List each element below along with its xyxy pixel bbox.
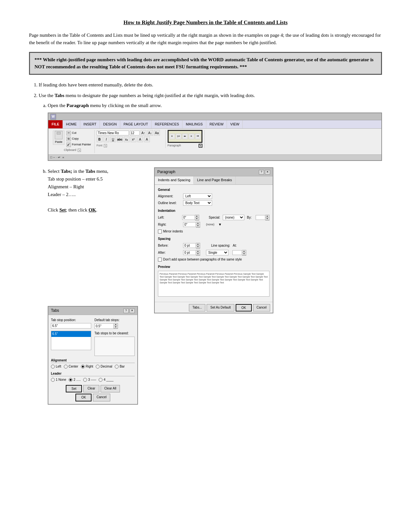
tab-page-layout[interactable]: PAGE LAYOUT xyxy=(120,120,152,128)
leader-dots-option[interactable]: 2 ..... xyxy=(69,377,81,382)
tabs-dialog-close-button[interactable]: ✕ xyxy=(130,309,135,313)
bullets-button[interactable]: ≡ xyxy=(169,133,175,139)
font-size-input[interactable] xyxy=(130,131,140,135)
change-case-button[interactable]: Aa xyxy=(154,130,160,136)
align-decimal-option[interactable]: Decimal xyxy=(96,364,112,369)
align-left-button[interactable]: ⬅ xyxy=(182,133,188,139)
align-center-button[interactable]: ≡ xyxy=(189,133,194,139)
subscript-button[interactable]: x₂ xyxy=(124,136,130,142)
indent-right-down[interactable]: ▼ xyxy=(196,225,200,227)
align-bar-radio[interactable] xyxy=(115,365,119,369)
format-painter-button[interactable]: 🖌 Format Painter xyxy=(66,142,92,147)
tab-design[interactable]: DESIGN xyxy=(100,120,120,128)
special-value-display: (none) xyxy=(206,222,214,227)
tabs-dialog-help-button[interactable]: ? xyxy=(123,309,129,313)
tab-clear-label: Tab stops to be cleared: xyxy=(94,331,135,336)
at-down[interactable]: ▼ xyxy=(242,253,246,255)
tabs-listbox[interactable]: 6.5" xyxy=(51,331,91,350)
tabs-clear-button[interactable]: Clear xyxy=(83,385,99,393)
paragraph-expand-icon[interactable]: ↘ xyxy=(199,144,202,148)
at-input[interactable] xyxy=(232,250,242,255)
tab-clear-col: Tab stops to be cleared: xyxy=(94,331,135,356)
tab-stop-input[interactable] xyxy=(51,323,91,329)
leader-dashes-radio[interactable] xyxy=(83,378,87,382)
tab-clear-listbox[interactable] xyxy=(94,337,135,356)
align-center-radio[interactable] xyxy=(64,365,68,369)
highlight-button[interactable]: A xyxy=(144,136,150,142)
tab-mailings[interactable]: MAILINGS xyxy=(182,120,206,128)
tab-review[interactable]: REVIEW xyxy=(206,120,227,128)
font-color-button[interactable]: A xyxy=(137,136,143,142)
copy-button[interactable]: ⧉ Copy xyxy=(66,136,92,142)
default-stops-down-button[interactable]: ▼ xyxy=(114,326,118,329)
superscript-button[interactable]: x² xyxy=(131,136,136,142)
para-tab-line-breaks[interactable]: Line and Page Breaks xyxy=(194,176,235,184)
para-ok-button[interactable]: OK xyxy=(236,304,252,312)
indent-right-input[interactable] xyxy=(183,222,196,227)
alignment-select[interactable]: Left Center Right Justified xyxy=(183,193,212,199)
tabs-cancel-button[interactable]: Cancel xyxy=(93,394,110,401)
special-select[interactable]: (none) First line Hanging xyxy=(223,215,244,220)
bold-button[interactable]: B xyxy=(97,136,103,142)
before-input[interactable] xyxy=(183,243,196,248)
tab-stop-label: Tab stop position: xyxy=(51,318,91,323)
dont-add-space-checkbox[interactable] xyxy=(158,258,162,261)
font-name-input[interactable] xyxy=(97,131,129,135)
before-down[interactable]: ▼ xyxy=(196,246,200,248)
before-spinners: ▲ ▼ xyxy=(196,243,200,249)
para-set-default-button[interactable]: Set As Default xyxy=(207,304,234,312)
after-down[interactable]: ▼ xyxy=(196,253,200,255)
align-right-radio[interactable] xyxy=(81,365,85,369)
para-spacing-section: Spacing Before: ▲ ▼ xyxy=(158,236,269,262)
leader-none-option[interactable]: 1 None xyxy=(51,377,66,382)
shrink-font-button[interactable]: A↓ xyxy=(147,130,153,136)
by-down[interactable]: ▼ xyxy=(265,218,269,220)
para-cancel-button[interactable]: Cancel xyxy=(253,304,270,312)
tab-home[interactable]: HOME xyxy=(63,120,80,128)
indent-left-down[interactable]: ▼ xyxy=(195,218,199,220)
para-tabs-button[interactable]: Tabs... xyxy=(189,304,205,312)
strikethrough-button[interactable]: abc xyxy=(117,136,123,142)
tabs-clear-all-button[interactable]: Clear All xyxy=(101,385,120,393)
font-expand-icon[interactable]: ↘ xyxy=(104,144,107,147)
italic-button[interactable]: I xyxy=(103,136,109,142)
leader-dashes-option[interactable]: 3 ----- xyxy=(83,377,96,382)
numbering-button[interactable]: 1≡ xyxy=(176,133,181,139)
para-tab-indents[interactable]: Indents and Spacing xyxy=(155,176,194,184)
small-clipboard-buttons: ✂ Cut ⧉ Copy 🖌 xyxy=(66,131,92,147)
underline-button[interactable]: U xyxy=(110,136,116,142)
default-stops-input[interactable] xyxy=(94,323,114,329)
clipboard-expand-icon[interactable]: ↘ xyxy=(78,149,81,152)
alignment-section-label: Alignment xyxy=(51,358,135,363)
align-left-option[interactable]: Left xyxy=(51,364,61,369)
align-left-radio[interactable] xyxy=(51,365,55,369)
align-right-option[interactable]: Right xyxy=(81,364,93,369)
leader-none-radio[interactable] xyxy=(51,378,55,382)
leader-underline-option[interactable]: 4 ____ xyxy=(99,377,113,382)
leader-underline-radio[interactable] xyxy=(99,378,103,382)
paste-button[interactable]: Paste xyxy=(53,131,64,145)
mirror-indents-checkbox[interactable] xyxy=(158,230,162,233)
tab-view[interactable]: VIEW xyxy=(227,120,243,128)
tabs-set-button[interactable]: Set xyxy=(66,385,82,393)
after-input[interactable] xyxy=(183,250,196,255)
by-input[interactable] xyxy=(256,215,265,220)
align-center-option[interactable]: Center xyxy=(64,364,78,369)
ribbon-content: Paste ✂ Cut ⧉ xyxy=(48,129,381,154)
cut-button[interactable]: ✂ Cut xyxy=(66,131,92,136)
align-bar-option[interactable]: Bar xyxy=(115,364,125,369)
paragraph-dialog-help-button[interactable]: ? xyxy=(259,170,264,174)
indent-left-input[interactable] xyxy=(182,215,195,220)
align-right-button[interactable]: ⮕ xyxy=(195,133,201,139)
outline-level-select[interactable]: Body Text Level 1 xyxy=(183,200,212,206)
tab-insert[interactable]: INSERT xyxy=(80,120,100,128)
grow-font-button[interactable]: A↑ xyxy=(141,130,146,136)
paragraph-dialog-close-button[interactable]: ✕ xyxy=(265,170,270,174)
leader-dots-radio[interactable] xyxy=(69,378,73,382)
tab-references[interactable]: REFERENCES xyxy=(152,120,182,128)
tab-file[interactable]: FILE xyxy=(48,120,63,128)
line-spacing-select[interactable]: Single 1.5 lines Double xyxy=(206,250,229,255)
tab-list-item-65[interactable]: 6.5" xyxy=(51,331,91,337)
align-decimal-radio[interactable] xyxy=(96,365,100,369)
tabs-ok-button[interactable]: OK xyxy=(75,394,92,401)
